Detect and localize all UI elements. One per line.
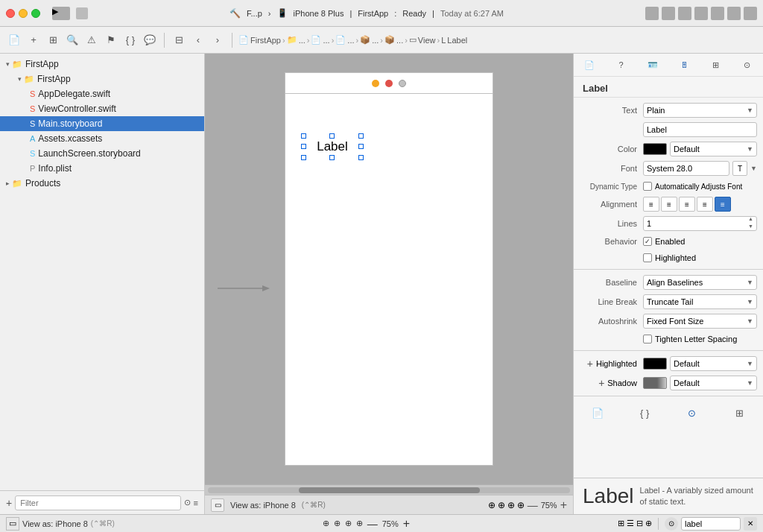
filter-options-icon[interactable]: ⊙: [184, 498, 191, 507]
code-icon[interactable]: { }: [122, 32, 139, 48]
stepper-down[interactable]: ▼: [748, 224, 753, 231]
breadcrumb-item3[interactable]: 📦 ...: [360, 35, 379, 45]
bottom-device-icon[interactable]: ▭: [6, 517, 19, 531]
bottom-zoom-icon-3[interactable]: ⊕: [345, 519, 352, 528]
shadow-select[interactable]: Default ▼: [670, 376, 757, 390]
plus-icon[interactable]: +: [6, 497, 12, 509]
tree-item-products[interactable]: ▸ 📁 Products: [0, 176, 204, 191]
shadow-swatch[interactable]: [643, 377, 667, 389]
close-button[interactable]: [6, 9, 15, 18]
autoshrink-select[interactable]: Fixed Font Size ▼: [643, 314, 757, 329]
zoom-icon-1[interactable]: ⊕: [488, 500, 496, 510]
forward-button[interactable]: [694, 7, 708, 20]
label-selection[interactable]: Label: [303, 136, 361, 158]
filter-close-icon[interactable]: ≡: [194, 498, 198, 507]
device-frame-toggle[interactable]: ▭: [211, 498, 224, 512]
align-justify-btn[interactable]: ≡: [697, 197, 713, 212]
align-left-btn[interactable]: ≡: [643, 197, 659, 212]
breadcrumb-view[interactable]: ▭ View: [409, 35, 436, 45]
add-icon[interactable]: +: [25, 32, 42, 48]
zoom-plus[interactable]: +: [560, 498, 567, 512]
tree-item-firstapp-root[interactable]: ▾ 📁 FirstApp: [0, 57, 204, 72]
bottom-circle-icon[interactable]: ⊙: [665, 517, 678, 531]
breadcrumb-item4[interactable]: 📦 ...: [384, 35, 403, 45]
plus-shadow-icon[interactable]: +: [595, 377, 607, 389]
search-icon[interactable]: 🔍: [64, 32, 80, 48]
attributes-inspector-tab[interactable]: 🎚: [674, 57, 694, 73]
zoom-icon-3[interactable]: ⊕: [507, 500, 515, 510]
canvas-scroll[interactable]: Label: [205, 54, 573, 484]
flag-icon[interactable]: ⚑: [103, 32, 119, 48]
back-nav-icon[interactable]: ‹: [190, 32, 206, 48]
warning-icon[interactable]: ⚠: [83, 32, 100, 48]
tighten-checkbox[interactable]: [643, 335, 652, 343]
tree-item-firstapp[interactable]: ▾ 📁 FirstApp: [0, 72, 204, 86]
lines-stepper[interactable]: ▲ ▼: [748, 216, 753, 231]
tree-item-viewcontroller[interactable]: S ViewController.swift: [0, 101, 204, 116]
connections-inspector-tab[interactable]: ⊙: [738, 57, 757, 73]
stop-button[interactable]: [76, 7, 88, 19]
baseline-select[interactable]: Align Baselines ▼: [643, 275, 757, 290]
scrollbar-track[interactable]: [208, 487, 570, 493]
zoom-plus-bottom[interactable]: +: [403, 517, 410, 531]
tree-item-mainstoryboard[interactable]: S Main.storyboard: [0, 116, 204, 131]
text-type-select[interactable]: Plain ▼: [643, 103, 757, 118]
document-icon[interactable]: 📄: [589, 404, 607, 422]
inspector-button[interactable]: [727, 7, 741, 20]
bottom-close-icon[interactable]: ✕: [744, 517, 757, 531]
tree-item-appdelegate[interactable]: S AppDelegate.swift: [0, 86, 204, 101]
bottom-zoom-icon-4[interactable]: ⊕: [356, 519, 363, 528]
back-button[interactable]: [678, 7, 691, 20]
zoom-minus[interactable]: —: [528, 499, 538, 511]
breadcrumb-file1[interactable]: 📄 ...: [311, 35, 329, 45]
font-select[interactable]: System 28.0: [643, 161, 729, 176]
label-container[interactable]: Label: [303, 136, 361, 158]
text-content-input[interactable]: Label: [643, 122, 757, 137]
align-natural-btn[interactable]: ≡: [715, 197, 731, 212]
layout-button[interactable]: [711, 7, 724, 20]
stepper-up[interactable]: ▲: [748, 216, 753, 224]
lines-input[interactable]: 1 ▲ ▼: [643, 216, 757, 231]
size-inspector-tab[interactable]: ⊞: [706, 57, 725, 73]
breadcrumb-item2[interactable]: 📄 ...: [335, 35, 354, 45]
grid-icon-footer[interactable]: ⊞: [730, 404, 748, 422]
zoom-minus-bottom[interactable]: —: [367, 518, 378, 530]
filter-input[interactable]: [15, 495, 180, 510]
handle-mr[interactable]: [358, 144, 364, 149]
enabled-checkbox[interactable]: [643, 237, 652, 246]
bottom-zoom-icon-1[interactable]: ⊕: [323, 519, 329, 528]
handle-tm[interactable]: [329, 133, 335, 139]
dynamic-type-checkbox[interactable]: [643, 182, 652, 191]
zoom-icon-4[interactable]: ⊕: [517, 500, 525, 510]
comment-icon[interactable]: 💬: [142, 32, 158, 48]
handle-br[interactable]: [358, 155, 364, 160]
handle-bl[interactable]: [301, 155, 306, 160]
minimize-button[interactable]: [19, 9, 28, 18]
highlighted-color-swatch[interactable]: [643, 358, 667, 370]
breadcrumb-app[interactable]: 📄 FirstApp: [238, 35, 281, 45]
plus-highlighted-icon[interactable]: +: [584, 358, 596, 370]
quick-help-tab[interactable]: ?: [611, 57, 630, 73]
more-button[interactable]: [744, 7, 757, 20]
align-right-btn[interactable]: ≡: [679, 197, 695, 212]
breadcrumb-label[interactable]: L Label: [441, 36, 467, 45]
tree-item-launchscreen[interactable]: S LaunchScreen.storyboard: [0, 146, 204, 161]
refresh-button[interactable]: [662, 7, 675, 20]
scrollbar-thumb[interactable]: [299, 487, 480, 493]
identity-inspector-tab[interactable]: 🪪: [643, 57, 662, 73]
grid-icon[interactable]: ⊞: [45, 32, 61, 48]
forward-nav-icon[interactable]: ›: [209, 32, 226, 48]
run-button[interactable]: ▶: [52, 7, 70, 20]
attributes-icon-footer[interactable]: ⊙: [683, 404, 701, 422]
highlighted-color-select[interactable]: Default ▼: [670, 356, 757, 371]
code-icon-footer[interactable]: { }: [636, 404, 653, 422]
grid-view-icon[interactable]: ⊞: [618, 519, 624, 528]
color-select[interactable]: Default ▼: [670, 142, 757, 156]
color-swatch[interactable]: [643, 143, 667, 155]
font-style-button[interactable]: T: [732, 161, 747, 176]
maximize-button[interactable]: [31, 9, 40, 18]
sidebar-toggle[interactable]: [645, 7, 659, 20]
tree-item-infoplist[interactable]: P Info.plist: [0, 161, 204, 176]
layout-grid-icon[interactable]: ⊟: [171, 32, 187, 48]
bottom-zoom-icon-2[interactable]: ⊕: [334, 519, 341, 528]
